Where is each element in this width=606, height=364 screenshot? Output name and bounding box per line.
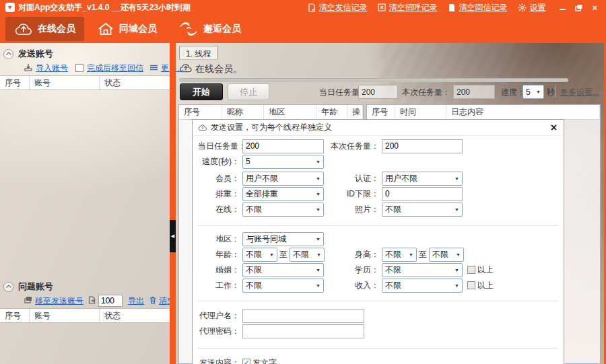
sidebar-splitter: ◀ <box>170 43 176 364</box>
auth-select[interactable]: 用户不限▼ <box>382 172 463 186</box>
height-to-select[interactable]: 不限▼ <box>429 248 464 262</box>
chevron-down-icon: ▼ <box>316 252 321 257</box>
education-above-checkbox[interactable]: ✓ <box>467 266 475 274</box>
id-floor-input[interactable] <box>382 187 463 201</box>
region-select[interactable]: 与账号同城▼ <box>242 232 324 246</box>
column-header: 账号 <box>30 76 100 89</box>
speed-select[interactable]: 5 ▼ <box>523 85 544 99</box>
hands-icon <box>178 21 199 37</box>
gear-icon <box>518 3 527 12</box>
collapse-sidebar-handle[interactable]: ◀ <box>170 220 176 252</box>
section-title: 在线会员。 <box>179 63 242 75</box>
collapse-problem-panel-button[interactable] <box>3 282 13 292</box>
toolbar: 开始 停止 当日任务量： 本次任务量： 速度： 5 ▼ 秒 更多设置... <box>176 83 604 102</box>
chevron-down-icon: ▼ <box>316 268 321 272</box>
dialog-daily-task-input[interactable] <box>242 139 324 153</box>
proxy-user-input[interactable] <box>242 309 364 323</box>
chevron-down-icon: ▼ <box>316 237 321 242</box>
education-select[interactable]: 不限▼ <box>382 263 463 277</box>
thread-tab[interactable]: 1. 线程 <box>179 46 217 60</box>
minimize-button[interactable] <box>559 4 566 11</box>
clear-greeting-records-button[interactable]: 清空招呼记录 <box>378 2 437 13</box>
member-label: 会员： <box>198 173 240 184</box>
member-select[interactable]: 用户不限▼ <box>242 172 324 186</box>
more-settings-link[interactable]: 更多设置... <box>560 87 599 98</box>
tab-label: 邂逅会员 <box>203 23 241 35</box>
id-floor-label: ID下限： <box>324 188 379 200</box>
photo-select[interactable]: 不限▼ <box>382 203 463 217</box>
chevron-down-icon: ▼ <box>316 176 321 181</box>
chevron-down-icon: ▼ <box>454 283 459 288</box>
dialog-title: 发送设置，可为每个线程单独定义 <box>211 122 332 133</box>
send-text-checkbox[interactable]: ✓ <box>242 359 250 364</box>
marriage-select[interactable]: 不限▼ <box>242 263 324 277</box>
clear-reply-records-button[interactable]: 清空回信记录 <box>448 2 507 13</box>
dialog-speed-select[interactable]: 5▼ <box>242 155 324 169</box>
collapse-left-icon: ◀ <box>171 233 174 239</box>
chevron-down-icon: ▼ <box>454 176 459 181</box>
proxy-user-label: 代理户名： <box>198 310 240 322</box>
tab-city-members[interactable]: 同城会员 <box>88 17 166 41</box>
column-header: 日志内容 <box>446 105 600 119</box>
dialog-close-button[interactable]: × <box>549 122 558 133</box>
collapse-send-panel-button[interactable] <box>3 49 13 59</box>
restore-button[interactable] <box>575 4 583 11</box>
send-panel-title: 发送账号 <box>18 48 53 60</box>
box-clear-icon <box>378 3 386 11</box>
age-to-select[interactable]: 不限▼ <box>290 248 325 262</box>
daily-task-input[interactable] <box>358 85 398 99</box>
start-button[interactable]: 开始 <box>180 83 223 100</box>
import-accounts-link[interactable]: 导入账号 <box>36 63 68 74</box>
job-select[interactable]: 不限▼ <box>242 279 324 293</box>
chevron-down-icon: ▼ <box>316 192 321 196</box>
cloud-icon <box>198 122 207 134</box>
doc-clear-icon <box>308 3 316 12</box>
app-window: ♥ 对面App交友助手_v1.4.0 __还有5天23小时到期 清空发信记录 清… <box>0 0 606 364</box>
clear-send-records-button[interactable]: 清空发信记录 <box>308 2 367 13</box>
export-count-input[interactable] <box>98 295 123 307</box>
cloud-upload-icon <box>14 22 33 36</box>
sidebar: 发送账号 导入账号 ✓ 完成后移至回信 更多... 序号 账号 <box>0 43 170 364</box>
chevron-down-icon: ▼ <box>409 252 413 257</box>
column-header: 地区 <box>264 105 316 119</box>
tab-online-members[interactable]: 在线会员 <box>5 17 84 41</box>
column-header: 操 <box>347 105 363 119</box>
above-label: 以上 <box>477 264 494 276</box>
tab-encounter-members[interactable]: 邂逅会员 <box>170 17 250 41</box>
trash-icon <box>149 296 156 306</box>
stop-button[interactable]: 停止 <box>228 83 269 100</box>
tab-label: 在线会员 <box>38 23 75 35</box>
marriage-label: 婚姻： <box>198 264 240 276</box>
chevron-down-icon: ▼ <box>316 207 321 212</box>
dialog-batch-task-input[interactable] <box>382 139 463 153</box>
main-nav: 在线会员 同城会员 邂逅会员 <box>0 15 604 43</box>
age-label: 年龄： <box>198 249 240 260</box>
dedupe-select[interactable]: 全部排重▼ <box>242 187 324 201</box>
online-select[interactable]: 不限▼ <box>242 203 324 217</box>
export-link[interactable]: 导出 <box>128 295 144 307</box>
region-label: 地区： <box>198 233 240 245</box>
height-from-select[interactable]: 不限▼ <box>382 248 417 262</box>
move-to-reply-checkbox[interactable]: ✓ <box>75 64 83 72</box>
age-from-select[interactable]: 不限▼ <box>242 248 277 262</box>
auth-label: 认证： <box>324 173 379 184</box>
income-select[interactable]: 不限▼ <box>382 279 463 293</box>
height-label: 身高： <box>324 249 379 260</box>
chevron-down-icon: ▼ <box>316 283 321 288</box>
income-above-checkbox[interactable]: ✓ <box>467 281 475 289</box>
dialog-header: 发送设置，可为每个线程单独定义 × <box>193 120 564 136</box>
divider <box>198 348 558 349</box>
daily-task-label: 当日任务量： <box>198 141 240 152</box>
proxy-pass-input[interactable] <box>242 324 364 338</box>
house-icon <box>97 22 114 36</box>
divider <box>198 301 558 301</box>
chevron-down-icon: ▼ <box>316 159 321 164</box>
move-to-send-accounts-link[interactable]: 移至发送账号 <box>35 295 83 307</box>
batch-task-input[interactable] <box>453 85 495 99</box>
settings-button[interactable]: 设置 <box>518 2 545 13</box>
move-to-reply-link[interactable]: 完成后移至回信 <box>87 63 143 74</box>
close-button[interactable]: × <box>592 3 597 12</box>
toolbar-divider <box>555 86 556 98</box>
batch-task-label: 本次任务量： <box>324 141 379 152</box>
doc-filled-icon <box>448 3 456 12</box>
